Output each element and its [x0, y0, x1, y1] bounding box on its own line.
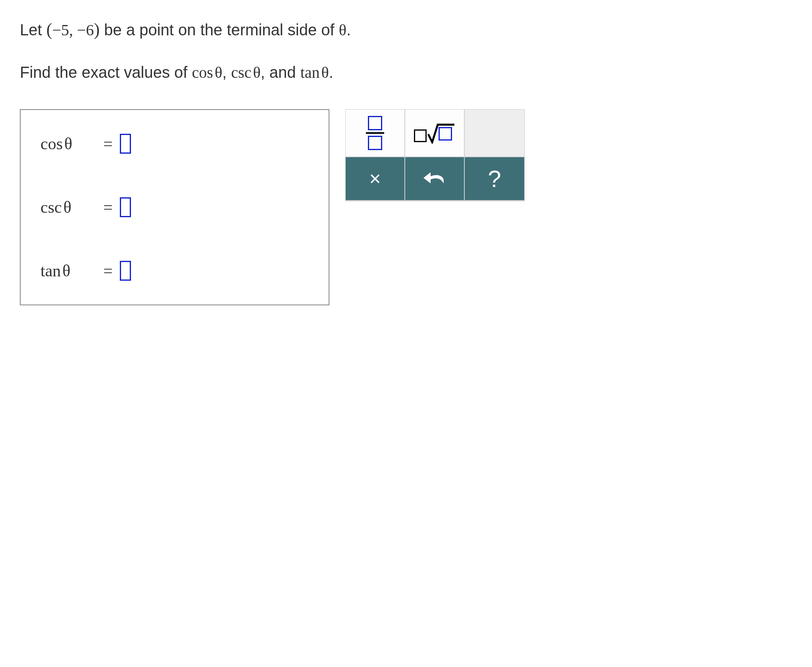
keypad-fraction-button[interactable]	[346, 110, 405, 157]
line1-period: .	[346, 21, 351, 39]
theta-csc: θ	[253, 64, 260, 81]
point-sep: ,	[69, 21, 77, 39]
label-fn: csc	[40, 198, 62, 216]
point-x: −5	[52, 21, 69, 39]
sep-1: ,	[222, 64, 231, 81]
equals-sign: =	[96, 198, 120, 217]
label-arg: θ	[62, 262, 70, 280]
keypad-root-button[interactable]	[405, 110, 465, 157]
equals-sign: =	[96, 134, 120, 153]
question-line-2: Find the exact values of cosθ, cscθ, and…	[20, 60, 792, 85]
keypad-clear-button[interactable]: ×	[346, 157, 405, 201]
answer-input-cos[interactable]	[120, 134, 131, 154]
question-text: Let (−5, −6) be a point on the terminal …	[20, 16, 792, 85]
work-area: cosθ = cscθ = tanθ =	[20, 109, 792, 305]
theta-cos: θ	[215, 64, 222, 81]
sep-2: ,	[261, 64, 269, 81]
keypad-undo-button[interactable]	[405, 157, 465, 201]
answer-row-cos: cosθ =	[40, 134, 309, 154]
paren-open: (	[46, 20, 52, 39]
root-coefficient-box	[414, 129, 427, 142]
equals-sign: =	[96, 261, 120, 280]
root-icon	[414, 122, 455, 144]
answer-label: tanθ	[40, 261, 96, 280]
fraction-denominator-box	[368, 136, 382, 150]
text-find: Find the exact values of	[20, 64, 192, 81]
theta-tan: θ	[321, 64, 329, 81]
fn-csc: csc	[231, 64, 251, 81]
answer-label: cscθ	[40, 198, 96, 217]
paren-close: )	[94, 20, 100, 39]
fraction-icon	[366, 116, 384, 150]
radicand-box	[439, 127, 452, 141]
keypad-empty-cell	[465, 110, 524, 157]
point-y: −6	[77, 21, 94, 39]
text-let: Let	[20, 21, 46, 39]
answer-input-csc[interactable]	[120, 197, 131, 217]
text-and: and	[269, 64, 300, 81]
line2-period: .	[329, 64, 333, 81]
label-fn: cos	[40, 135, 63, 153]
keypad: × ?	[345, 109, 525, 201]
question-line-1: Let (−5, −6) be a point on the terminal …	[20, 16, 792, 44]
answer-input-tan[interactable]	[120, 261, 131, 281]
undo-icon	[422, 171, 447, 187]
fn-cos: cos	[192, 64, 213, 81]
clear-icon: ×	[369, 167, 381, 190]
answer-row-csc: cscθ =	[40, 197, 309, 217]
fraction-numerator-box	[368, 116, 382, 130]
label-arg: θ	[64, 135, 72, 153]
keypad-help-button[interactable]: ?	[465, 157, 524, 201]
fraction-bar	[366, 132, 384, 134]
answer-box: cosθ = cscθ = tanθ =	[20, 109, 329, 305]
help-icon: ?	[488, 165, 501, 193]
answer-row-tan: tanθ =	[40, 261, 309, 281]
answer-label: cosθ	[40, 134, 96, 153]
label-arg: θ	[63, 198, 71, 216]
fn-tan: tan	[300, 64, 320, 81]
theta-1: θ	[339, 21, 346, 39]
label-fn: tan	[40, 262, 61, 280]
text-after-point: be a point on the terminal side of	[100, 21, 339, 39]
